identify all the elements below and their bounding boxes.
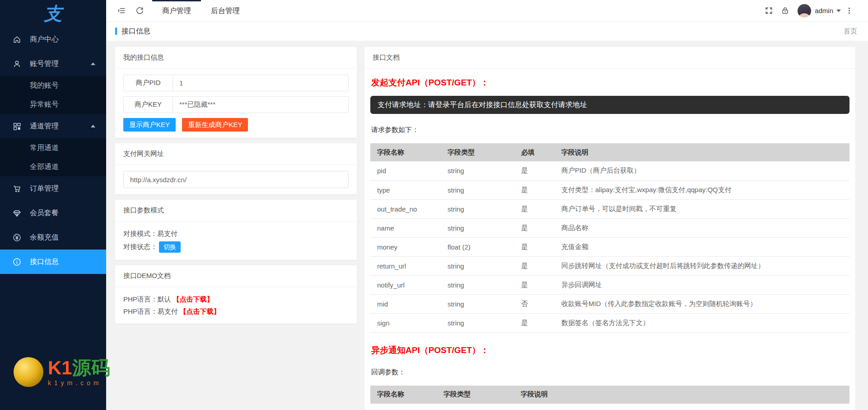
table-cell: 商品名称 bbox=[555, 218, 849, 237]
chevron-up-icon bbox=[91, 62, 95, 65]
collapse-menu-button[interactable] bbox=[112, 0, 131, 22]
grid-icon bbox=[13, 122, 21, 131]
watermark-k1: K1 bbox=[48, 357, 72, 378]
sidebar-item-all-channels[interactable]: 全部通道 bbox=[0, 157, 106, 176]
sidebar-item-abnormal-account[interactable]: 异常账号 bbox=[0, 95, 106, 114]
table-cell: string bbox=[441, 313, 514, 332]
table-cell: float (2) bbox=[441, 237, 514, 256]
table-cell: 同步跳转网址（支付成功或支付超时后将跳转到此参数传递的网址） bbox=[555, 256, 849, 275]
card-title: 接口参数模式 bbox=[115, 200, 357, 221]
table-row: out_trade_nostring是商户订单号，可以是时间戳，不可重复 bbox=[370, 199, 849, 218]
table-cell: string bbox=[441, 218, 514, 237]
sidebar-item-member-packages[interactable]: 会员套餐 bbox=[0, 201, 106, 225]
table-row: signstring是数据签名（签名方法见下文） bbox=[370, 313, 849, 332]
table-cell: sign bbox=[370, 313, 441, 332]
table-cell: 是 bbox=[514, 275, 555, 294]
gateway-url-card: 支付网关网址 bbox=[115, 143, 357, 194]
mode-line: 对接模式：易支付 bbox=[123, 227, 349, 240]
show-merchant-key-button[interactable]: 显示商户KEY bbox=[123, 118, 176, 132]
user-dropdown[interactable]: admin bbox=[815, 7, 841, 14]
table-cell: 充值金额 bbox=[555, 237, 849, 256]
column-header: 字段名称 bbox=[370, 143, 441, 161]
app-logo: 支 bbox=[0, 0, 106, 27]
menu-fold-icon bbox=[117, 6, 126, 15]
submenu-channel: 常用通道 全部通道 bbox=[0, 138, 106, 176]
sidebar-item-merchant-center[interactable]: 商户中心 bbox=[0, 27, 106, 52]
table-cell: 否 bbox=[514, 294, 555, 313]
more-menu-button[interactable] bbox=[841, 0, 857, 22]
table-cell: money bbox=[370, 237, 441, 256]
card-title: 接口文档 bbox=[364, 47, 855, 69]
callback-params-intro: 回调参数： bbox=[371, 368, 849, 377]
table-cell: string bbox=[441, 294, 514, 313]
column-header: 字段说明 bbox=[555, 143, 849, 161]
sidebar-item-my-account[interactable]: 我的账号 bbox=[0, 76, 106, 95]
regenerate-merchant-key-button[interactable]: 重新生成商户KEY bbox=[182, 118, 248, 132]
sidebar-item-label: 接口信息 bbox=[30, 257, 59, 267]
pay-api-heading: 发起支付API（POST/GET）： bbox=[371, 77, 849, 89]
header-tabs: 商户管理 后台管理 bbox=[152, 0, 250, 22]
sidebar-item-label: 订单管理 bbox=[30, 184, 59, 193]
sidebar-item-balance-recharge[interactable]: 余额充值 bbox=[0, 225, 106, 250]
watermark-url: k1ym.com bbox=[48, 379, 110, 386]
switch-mode-button[interactable]: 切换 bbox=[159, 241, 181, 253]
table-cell: name bbox=[370, 218, 441, 237]
card-title: 接口DEMO文档 bbox=[115, 265, 357, 287]
avatar[interactable] bbox=[798, 4, 811, 18]
download-default-link[interactable]: 【点击下载】 bbox=[173, 295, 214, 303]
left-column: 我的接口信息 商户PID 商户KEY 显示商户KEY 重新生成商户KEY bbox=[115, 47, 357, 324]
tab-backend-mgmt[interactable]: 后台管理 bbox=[201, 0, 250, 22]
merchant-pid-group: 商户PID bbox=[123, 75, 349, 91]
refresh-icon bbox=[135, 6, 144, 15]
topbar-right: admin bbox=[761, 0, 857, 22]
sidebar-item-account-mgmt[interactable]: 账号管理 bbox=[0, 52, 106, 76]
chevron-up-icon bbox=[91, 125, 95, 127]
callback-params-table: 字段名称 字段类型 字段说明 bbox=[370, 386, 849, 404]
table-row: notify_urlstring是异步回调网址 bbox=[370, 275, 849, 294]
request-params-table: 字段名称 字段类型 必填 字段说明 pidstring是商户PID（商户后台获取… bbox=[370, 143, 849, 333]
table-row: pidstring是商户PID（商户后台获取） bbox=[370, 161, 849, 180]
sidebar-item-common-channels[interactable]: 常用通道 bbox=[0, 138, 106, 157]
lock-icon bbox=[781, 6, 789, 15]
card-title: 我的接口信息 bbox=[115, 47, 357, 69]
table-cell: out_trade_no bbox=[370, 199, 441, 218]
demo-line: PHP语言：易支付【点击下载】 bbox=[123, 305, 349, 317]
title-accent-bar bbox=[115, 28, 117, 35]
column-header: 必填 bbox=[514, 143, 555, 161]
table-row: moneyfloat (2)是充值金额 bbox=[370, 237, 849, 256]
merchant-pid-label: 商户PID bbox=[123, 75, 173, 91]
sidebar-item-label: 余额充值 bbox=[30, 233, 59, 242]
merchant-key-input[interactable] bbox=[173, 96, 349, 113]
yen-icon bbox=[13, 233, 21, 242]
refresh-button[interactable] bbox=[131, 0, 149, 22]
table-cell: 是 bbox=[514, 237, 555, 256]
fullscreen-button[interactable] bbox=[761, 0, 777, 22]
right-column: 接口文档 发起支付API（POST/GET）： 支付请求地址：请登录平台后在对接… bbox=[364, 47, 855, 410]
table-cell: mid bbox=[370, 294, 441, 313]
table-cell: notify_url bbox=[370, 275, 441, 294]
column-header: 字段名称 bbox=[370, 386, 437, 404]
table-cell: 异步回调网址 bbox=[555, 275, 849, 294]
lock-screen-button[interactable] bbox=[777, 0, 793, 22]
table-row: midstring否收款账号MID（传入此参数指定收款账号，为空则随机轮询账号） bbox=[370, 294, 849, 313]
submenu-account: 我的账号 异常账号 bbox=[0, 76, 106, 114]
sidebar-item-order-mgmt[interactable]: 订单管理 bbox=[0, 176, 106, 201]
content: 我的接口信息 商户PID 商户KEY 显示商户KEY 重新生成商户KEY bbox=[106, 41, 868, 410]
main-area: 商户管理 后台管理 admin bbox=[106, 0, 868, 410]
tab-merchant-mgmt[interactable]: 商户管理 bbox=[152, 0, 201, 22]
card-title: 支付网关网址 bbox=[115, 143, 357, 165]
table-cell: string bbox=[441, 180, 514, 199]
breadcrumb-home-link[interactable]: 首页 bbox=[844, 27, 857, 36]
merchant-key-group: 商户KEY bbox=[123, 96, 349, 113]
table-cell: 数据签名（签名方法见下文） bbox=[555, 313, 849, 332]
table-cell: pid bbox=[370, 161, 441, 180]
sidebar-item-api-info[interactable]: 接口信息 bbox=[0, 250, 106, 274]
table-cell: type bbox=[370, 180, 441, 199]
demo-prefix: PHP语言：默认 bbox=[123, 295, 171, 303]
table-cell: string bbox=[441, 199, 514, 218]
merchant-pid-input[interactable] bbox=[173, 75, 349, 91]
gateway-url-input[interactable] bbox=[123, 171, 349, 188]
table-cell: 商户订单号，可以是时间戳，不可重复 bbox=[555, 199, 849, 218]
sidebar-item-channel-mgmt[interactable]: 通道管理 bbox=[0, 114, 106, 138]
download-epay-link[interactable]: 【点击下载】 bbox=[180, 307, 220, 315]
